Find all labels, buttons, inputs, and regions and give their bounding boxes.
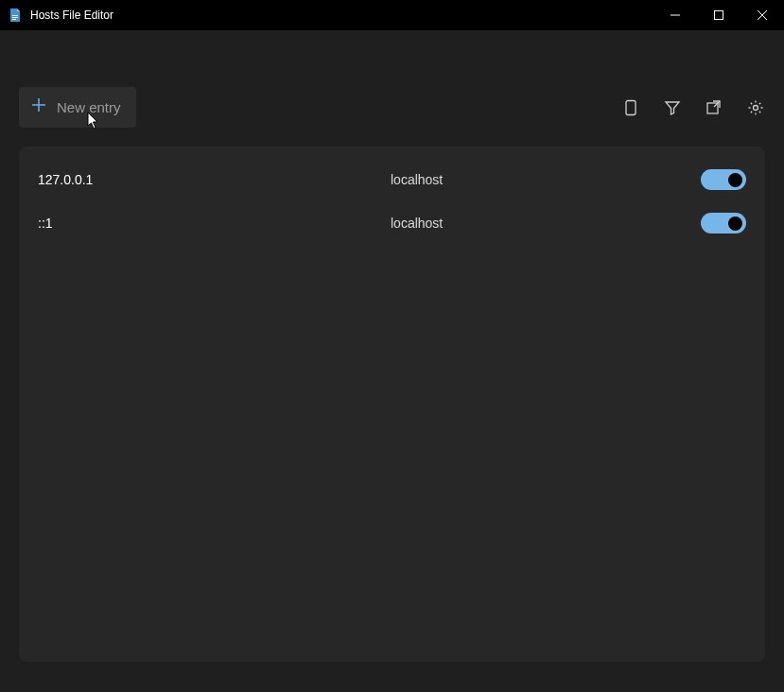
titlebar: Hosts File Editor	[0, 0, 784, 30]
entries-panel: 127.0.0.1 localhost ::1 localhost	[19, 147, 765, 662]
entry-address: 127.0.0.1	[38, 172, 391, 187]
plus-icon	[30, 96, 47, 118]
svg-rect-2	[12, 19, 16, 20]
entry-hostname: localhost	[391, 216, 701, 231]
new-entry-button[interactable]: New entry	[19, 87, 136, 128]
svg-line-11	[714, 101, 720, 107]
svg-rect-0	[12, 15, 18, 16]
svg-rect-9	[626, 100, 636, 114]
entry-address: ::1	[38, 216, 391, 231]
app-icon	[8, 8, 23, 23]
entry-row[interactable]: ::1 localhost	[38, 201, 746, 245]
new-entry-label: New entry	[57, 99, 121, 115]
window-controls	[653, 0, 784, 30]
svg-point-12	[754, 105, 758, 110]
toolbar: New entry	[0, 30, 784, 147]
entry-toggle[interactable]	[701, 169, 746, 190]
filter-button[interactable]	[663, 98, 682, 117]
minimize-button[interactable]	[653, 0, 697, 30]
close-button[interactable]	[740, 0, 784, 30]
toggle-knob	[728, 216, 742, 231]
entry-toggle[interactable]	[701, 213, 746, 234]
open-file-button[interactable]	[705, 98, 723, 117]
entry-hostname: localhost	[391, 172, 701, 187]
window-title: Hosts File Editor	[30, 9, 113, 22]
svg-rect-1	[12, 17, 18, 18]
svg-rect-4	[715, 11, 723, 20]
titlebar-left: Hosts File Editor	[8, 8, 113, 23]
additional-lines-button[interactable]	[621, 98, 640, 117]
toolbar-right	[621, 98, 765, 117]
entry-row[interactable]: 127.0.0.1 localhost	[38, 158, 746, 201]
maximize-button[interactable]	[697, 0, 740, 30]
toggle-knob	[728, 173, 742, 187]
settings-button[interactable]	[746, 98, 765, 117]
